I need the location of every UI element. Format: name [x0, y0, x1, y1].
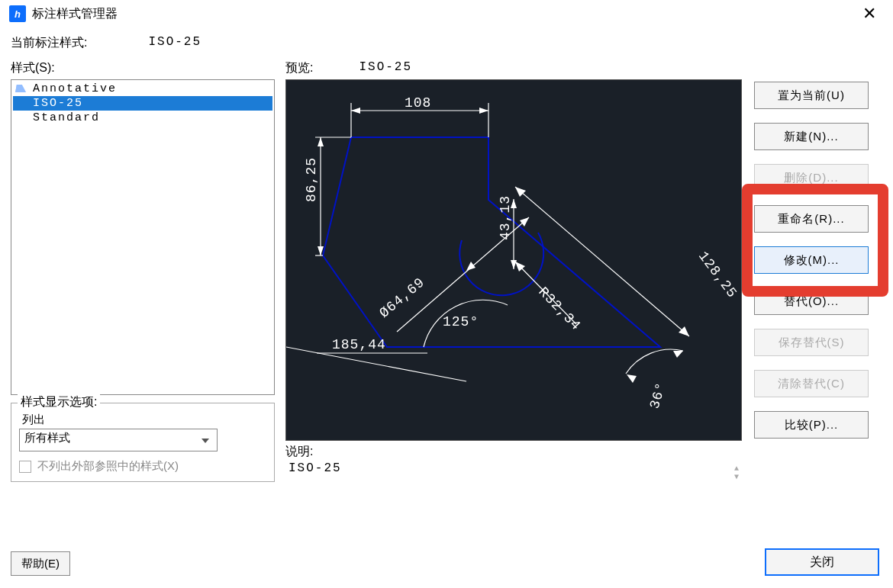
svg-marker-4	[479, 108, 488, 114]
delete-button: 删除(D)...	[754, 164, 869, 191]
exclude-xref-label: 不列出外部参照中的样式(X)	[37, 459, 179, 474]
svg-marker-14	[520, 217, 529, 227]
description-label: 说明:	[285, 444, 743, 460]
svg-line-20	[515, 187, 689, 336]
override-button[interactable]: 替代(O)...	[754, 288, 869, 315]
close-icon[interactable]: ✕	[855, 4, 884, 24]
style-filter-select[interactable]: 所有样式	[19, 429, 218, 451]
set-current-button[interactable]: 置为当前(U)	[754, 82, 869, 109]
svg-marker-23	[673, 351, 683, 358]
styles-listbox[interactable]: Annotative ISO-25 Standard	[11, 79, 275, 395]
new-button[interactable]: 新建(N)...	[754, 123, 869, 150]
compare-button[interactable]: 比较(P)...	[754, 411, 869, 439]
current-style-label: 当前标注样式:	[11, 35, 87, 51]
svg-marker-3	[351, 108, 360, 114]
dim-left: 86,25	[304, 157, 319, 202]
svg-marker-15	[466, 262, 476, 271]
dim-r-outer: R32,34	[535, 284, 584, 334]
list-item[interactable]: ISO-25	[13, 96, 272, 111]
preview-label: 预览:	[285, 60, 313, 76]
styles-label: 样式(S):	[11, 60, 55, 76]
window-title: 标注样式管理器	[32, 6, 118, 22]
list-item[interactable]: Annotative	[13, 82, 272, 96]
close-button[interactable]: 关闭	[765, 548, 879, 576]
svg-marker-8	[318, 137, 324, 146]
save-override-button: 保存替代(S)	[754, 329, 869, 356]
modify-button[interactable]: 修改(M)...	[754, 246, 869, 274]
svg-marker-21	[515, 187, 526, 197]
description-box: ISO-25 ▲▼	[285, 460, 743, 506]
checkbox-box	[19, 461, 31, 473]
dim-top: 108	[405, 95, 431, 111]
exclude-xref-checkbox[interactable]: 不列出外部参照中的样式(X)	[19, 459, 266, 474]
description-value: ISO-25	[289, 461, 342, 475]
help-button[interactable]: 帮助(E)	[11, 551, 70, 576]
preview-pane: 108 86,25 43,13	[285, 79, 742, 441]
preview-style-name: ISO-25	[359, 60, 412, 76]
spin-icons[interactable]: ▲▼	[734, 464, 740, 481]
svg-marker-12	[511, 260, 517, 269]
clear-override-button: 清除替代(C)	[754, 370, 869, 397]
svg-marker-24	[627, 374, 637, 383]
dim-bottom: 185,44	[332, 337, 386, 352]
dim-arc: 36°	[647, 381, 669, 411]
display-options-label: 样式显示选项:	[18, 394, 100, 410]
list-item[interactable]: Standard	[13, 111, 272, 125]
current-style-value: ISO-25	[148, 35, 201, 51]
rename-button[interactable]: 重命名(R)...	[754, 205, 869, 233]
svg-marker-22	[679, 326, 689, 336]
app-icon: h	[9, 5, 26, 22]
dim-dia: Ø64,69	[376, 275, 427, 321]
list-out-label: 列出	[22, 413, 266, 427]
dim-slant: 128,25	[695, 249, 740, 301]
style-filter-value: 所有样式	[24, 431, 70, 444]
highlight-marker	[742, 184, 888, 297]
dim-angle: 125°	[443, 314, 479, 329]
